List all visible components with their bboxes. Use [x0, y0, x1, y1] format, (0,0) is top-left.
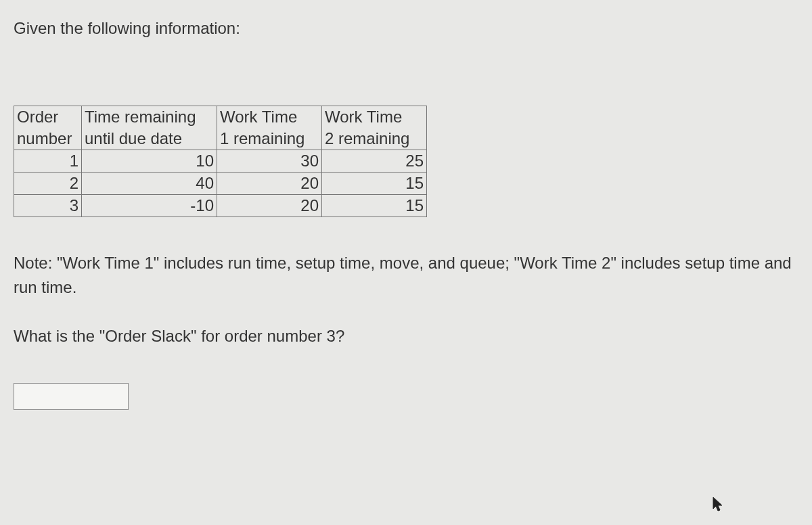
header-work2-1: Work Time [322, 106, 427, 129]
cell-work1: 20 [217, 195, 322, 217]
cell-work2: 15 [322, 195, 427, 217]
cell-order: 3 [14, 195, 82, 217]
cell-time: 40 [82, 173, 217, 195]
header-work2-2: 2 remaining [322, 128, 427, 150]
note-text: Note: "Work Time 1" includes run time, s… [14, 251, 798, 300]
intro-text: Given the following information: [14, 19, 798, 38]
table-header-row2: number until due date 1 remaining 2 rema… [14, 128, 427, 150]
cell-time: -10 [82, 195, 217, 217]
cell-work1: 30 [217, 150, 322, 173]
header-time-2: until due date [82, 128, 217, 150]
table-row: 1 10 30 25 [14, 150, 427, 173]
cell-work2: 25 [322, 150, 427, 173]
header-work1-2: 1 remaining [217, 128, 322, 150]
header-time-1: Time remaining [82, 106, 217, 129]
cursor-icon [712, 497, 724, 513]
header-work1-1: Work Time [217, 106, 322, 129]
table-row: 2 40 20 15 [14, 173, 427, 195]
cell-order: 2 [14, 173, 82, 195]
answer-input[interactable] [14, 383, 129, 410]
cell-time: 10 [82, 150, 217, 173]
table-header-row1: Order Time remaining Work Time Work Time [14, 106, 427, 129]
cell-work2: 15 [322, 173, 427, 195]
cell-work1: 20 [217, 173, 322, 195]
table-row: 3 -10 20 15 [14, 195, 427, 217]
data-table: Order Time remaining Work Time Work Time… [14, 106, 427, 217]
header-order-2: number [14, 128, 82, 150]
header-order-1: Order [14, 106, 82, 129]
question-text: What is the "Order Slack" for order numb… [14, 327, 798, 346]
cell-order: 1 [14, 150, 82, 173]
